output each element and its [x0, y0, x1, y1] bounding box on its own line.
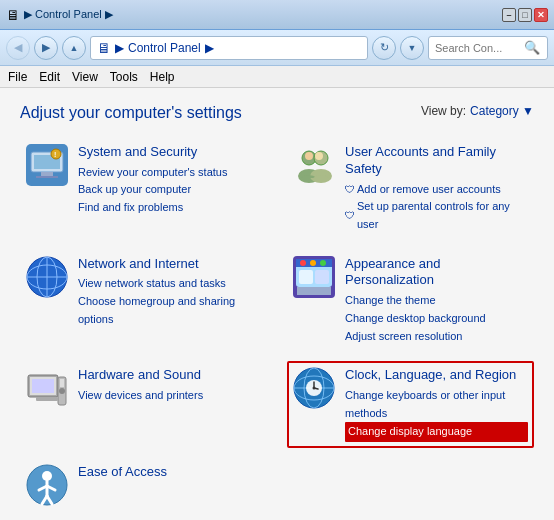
system-icon: !: [26, 144, 68, 186]
svg-rect-21: [297, 287, 331, 295]
menu-bar: File Edit View Tools Help: [0, 66, 554, 88]
search-bar: 🔍: [428, 36, 548, 60]
view-by-label: View by:: [421, 104, 466, 118]
refresh-button[interactable]: ↻: [372, 36, 396, 60]
svg-rect-25: [299, 270, 313, 284]
search-icon: 🔍: [524, 40, 540, 55]
system-link-0[interactable]: Review your computer's status: [78, 164, 261, 182]
appearance-link-0[interactable]: Change the theme: [345, 292, 528, 310]
category-user-accounts: User Accounts and Family Safety 🛡 Add or…: [287, 138, 534, 240]
breadcrumb: 🖥 ▶ Control Panel ▶: [90, 36, 368, 60]
categories-grid: ! System and Security Review your comput…: [20, 138, 534, 512]
clock-text: Clock, Language, and Region Change keybo…: [345, 367, 528, 442]
title-bar-left: 🖥 ▶ Control Panel ▶: [6, 7, 113, 23]
nav-dropdown-button[interactable]: ▼: [400, 36, 424, 60]
hardware-text: Hardware and Sound View devices and prin…: [78, 367, 261, 404]
up-button[interactable]: ▲: [62, 36, 86, 60]
search-input[interactable]: [435, 42, 520, 54]
breadcrumb-arrow: ▶: [115, 41, 124, 55]
hardware-icon: [26, 367, 68, 409]
network-link-1[interactable]: Choose homegroup and sharing options: [78, 293, 261, 328]
breadcrumb-icon: 🖥: [97, 40, 111, 56]
ease-icon: [26, 464, 68, 506]
category-hardware: Hardware and Sound View devices and prin…: [20, 361, 267, 448]
control-panel-icon: 🖥: [6, 7, 20, 23]
network-link-0[interactable]: View network status and tasks: [78, 275, 261, 293]
close-button[interactable]: ✕: [534, 8, 548, 22]
page-title: Adjust your computer's settings: [20, 104, 242, 122]
svg-point-22: [300, 260, 306, 266]
user-accounts-text: User Accounts and Family Safety 🛡 Add or…: [345, 144, 528, 234]
system-link-2[interactable]: Find and fix problems: [78, 199, 261, 217]
maximize-button[interactable]: □: [518, 8, 532, 22]
appearance-link-1[interactable]: Change desktop background: [345, 310, 528, 328]
svg-rect-31: [60, 379, 64, 387]
hardware-links: View devices and printers: [78, 387, 261, 405]
menu-tools[interactable]: Tools: [110, 70, 138, 84]
view-by-dropdown[interactable]: Category ▼: [470, 104, 534, 118]
category-appearance: Appearance and Personalization Change th…: [287, 250, 534, 352]
svg-point-11: [305, 152, 313, 160]
nav-bar: ◀ ▶ ▲ 🖥 ▶ Control Panel ▶ ↻ ▼ 🔍: [0, 30, 554, 66]
user-accounts-links: 🛡 Add or remove user accounts 🛡 Set up p…: [345, 181, 528, 234]
system-link-1[interactable]: Back up your computer: [78, 181, 261, 199]
category-clock: Clock, Language, and Region Change keybo…: [287, 361, 534, 448]
menu-help[interactable]: Help: [150, 70, 175, 84]
svg-text:!: !: [54, 151, 56, 158]
appearance-text: Appearance and Personalization Change th…: [345, 256, 528, 346]
user-link-1[interactable]: 🛡 Set up parental controls for any user: [345, 198, 528, 233]
menu-view[interactable]: View: [72, 70, 98, 84]
network-title[interactable]: Network and Internet: [78, 256, 261, 273]
svg-point-12: [315, 152, 323, 160]
title-bar: 🖥 ▶ Control Panel ▶ – □ ✕: [0, 0, 554, 30]
svg-rect-26: [315, 270, 329, 284]
svg-point-41: [313, 387, 316, 390]
user-accounts-icon: [293, 144, 335, 186]
network-links: View network status and tasks Choose hom…: [78, 275, 261, 328]
hardware-title[interactable]: Hardware and Sound: [78, 367, 261, 384]
system-title[interactable]: System and Security: [78, 144, 261, 161]
svg-point-32: [59, 388, 65, 394]
view-by-control: View by: Category ▼: [421, 104, 534, 118]
appearance-link-2[interactable]: Adjust screen resolution: [345, 328, 528, 346]
network-text: Network and Internet View network status…: [78, 256, 261, 329]
svg-rect-29: [32, 379, 54, 393]
svg-rect-4: [36, 176, 58, 178]
clock-icon: [293, 367, 335, 409]
svg-point-23: [310, 260, 316, 266]
menu-file[interactable]: File: [8, 70, 27, 84]
appearance-links: Change the theme Change desktop backgrou…: [345, 292, 528, 345]
clock-link-1[interactable]: Change display language: [345, 422, 528, 442]
svg-rect-33: [36, 397, 58, 401]
clock-title[interactable]: Clock, Language, and Region: [345, 367, 528, 384]
forward-button[interactable]: ▶: [34, 36, 58, 60]
nav-back-title: ▶ Control Panel ▶: [24, 8, 113, 21]
menu-edit[interactable]: Edit: [39, 70, 60, 84]
category-system: ! System and Security Review your comput…: [20, 138, 267, 240]
window-controls: – □ ✕: [502, 8, 548, 22]
system-text: System and Security Review your computer…: [78, 144, 261, 217]
system-links: Review your computer's status Back up yo…: [78, 164, 261, 217]
clock-link-0[interactable]: Change keyboards or other input methods: [345, 387, 528, 422]
category-ease: Ease of Access: [20, 458, 267, 512]
breadcrumb-text[interactable]: Control Panel: [128, 41, 201, 55]
category-network: Network and Internet View network status…: [20, 250, 267, 352]
breadcrumb-arrow2: ▶: [205, 41, 214, 55]
user-accounts-title[interactable]: User Accounts and Family Safety: [345, 144, 528, 178]
content-header: Adjust your computer's settings View by:…: [20, 104, 534, 122]
appearance-icon: [293, 256, 335, 298]
hardware-link-0[interactable]: View devices and printers: [78, 387, 261, 405]
user-link-0[interactable]: 🛡 Add or remove user accounts: [345, 181, 528, 199]
svg-rect-3: [41, 172, 53, 176]
appearance-title[interactable]: Appearance and Personalization: [345, 256, 528, 290]
main-content: Adjust your computer's settings View by:…: [0, 88, 554, 520]
ease-text: Ease of Access: [78, 464, 261, 481]
clock-links: Change keyboards or other input methods …: [345, 387, 528, 442]
back-button[interactable]: ◀: [6, 36, 30, 60]
network-icon: [26, 256, 68, 298]
ease-title[interactable]: Ease of Access: [78, 464, 261, 481]
svg-point-24: [320, 260, 326, 266]
minimize-button[interactable]: –: [502, 8, 516, 22]
